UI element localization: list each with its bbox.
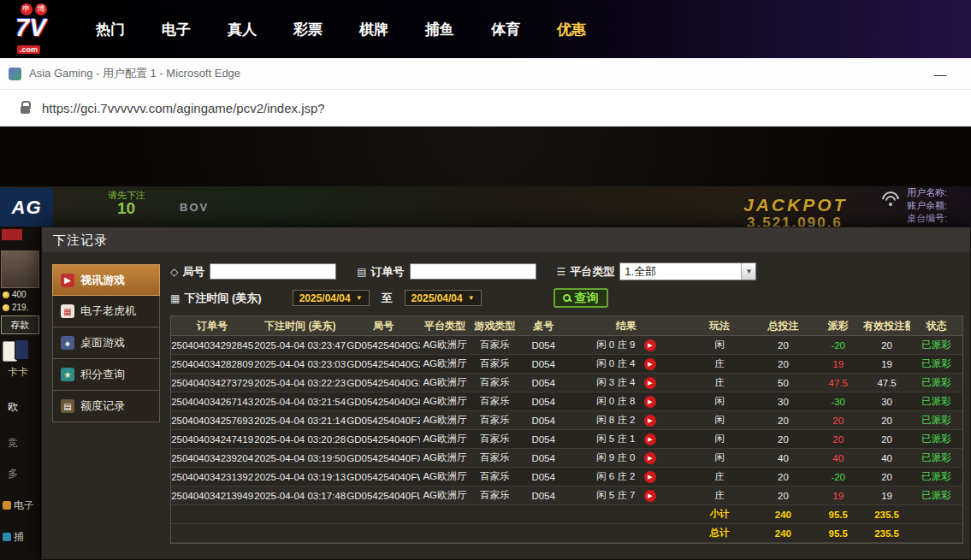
replay-icon[interactable]: [644, 339, 656, 351]
search-button[interactable]: 查询: [554, 288, 608, 308]
cell-valid-bet: 30: [863, 397, 910, 407]
lock-icon[interactable]: [21, 106, 30, 114]
cell-game: 百家乐: [470, 414, 520, 427]
nav-item-chess[interactable]: 棋牌: [359, 20, 388, 39]
address-url[interactable]: https://gci.7vvvvvv.com/agingame/pcv2/in…: [42, 101, 325, 115]
replay-icon[interactable]: [644, 490, 656, 502]
cell-round: GD054254040G1: [346, 378, 420, 388]
nav-item-sports[interactable]: 体育: [491, 20, 520, 39]
cell-status: 已派彩: [910, 339, 962, 351]
round-input[interactable]: [210, 263, 336, 280]
cell-play: 闲: [685, 451, 754, 464]
cell-bet: 40: [754, 453, 813, 463]
browser-urlbar: https://gci.7vvvvvv.com/agingame/pcv2/in…: [0, 90, 971, 127]
cell-order: 250404034247419: [171, 434, 253, 445]
column-header: 下注时间 (美东): [253, 319, 346, 333]
round-tag-icon: [170, 266, 178, 278]
cell-payout: 40: [813, 453, 863, 463]
table-no-label: 桌台编号:: [907, 212, 971, 225]
cell-time: 2025-04-04 03:21:54: [253, 397, 346, 407]
replay-icon[interactable]: [644, 471, 656, 483]
cell-bet: 20: [754, 416, 813, 426]
cell-play: 庄: [685, 489, 754, 502]
deposit-button[interactable]: 存款: [1, 315, 39, 334]
cell-result: 闲 0 庄 8: [566, 395, 685, 408]
calendar-icon: [170, 292, 180, 304]
chip-icon: [3, 292, 9, 298]
cell-platform: AG欧洲厅: [420, 489, 469, 502]
cell-round: GD054254040FX: [346, 453, 420, 463]
cell-order: 250404034292845: [171, 340, 253, 351]
subtotal-valid: 235.5: [863, 510, 910, 520]
replay-icon[interactable]: [644, 433, 656, 445]
table-row: 250404034292845 2025-04-04 03:23:47 GD05…: [171, 336, 962, 355]
cell-result: 闲 3 庄 4: [566, 376, 685, 389]
site-logo[interactable]: 申 博 7V .com: [15, 3, 70, 56]
minimize-button[interactable]: —: [930, 67, 950, 81]
cell-status: 已派彩: [910, 395, 962, 408]
column-header: 玩法: [685, 319, 754, 333]
nav-item-live[interactable]: 真人: [228, 20, 257, 39]
cell-game: 百家乐: [470, 339, 520, 351]
cell-order: 250404034213949: [171, 491, 253, 501]
lobby-menu-fishing[interactable]: 捕: [3, 530, 24, 545]
cell-payout: 20: [813, 416, 863, 426]
menu-item-table-games[interactable]: 桌面游戏: [52, 327, 160, 359]
table-row: 250404034239204 2025-04-04 03:19:50 GD05…: [171, 449, 962, 468]
replay-icon[interactable]: [644, 377, 656, 389]
cell-order: 250404034273729: [171, 378, 253, 388]
order-input[interactable]: [410, 263, 536, 280]
cell-valid-bet: 20: [863, 472, 910, 482]
cell-valid-bet: 20: [863, 416, 910, 426]
lobby-menu-europe[interactable]: 欧: [8, 400, 18, 415]
date-from-picker[interactable]: 2025/04/04: [293, 290, 370, 306]
logo-domain: .com: [17, 45, 40, 54]
date-caret-icon: [356, 294, 363, 302]
cell-time: 2025-04-04 03:22:23: [253, 378, 346, 388]
casino-page: AG 请先下注 10 BOV JACKPOT 3,521,090.6 用户名称:…: [0, 127, 971, 560]
table-row: 250404034231392 2025-04-04 03:19:13 GD05…: [171, 468, 962, 486]
column-header: 平台类型: [420, 319, 469, 333]
menu-item-quota-records[interactable]: 额度记录: [52, 391, 160, 422]
menu-item-video-games[interactable]: 视讯游戏: [52, 264, 160, 296]
menu-item-slot-machines[interactable]: 电子老虎机: [52, 296, 160, 327]
cell-bet: 20: [754, 359, 813, 369]
cell-game: 百家乐: [470, 489, 520, 502]
replay-icon[interactable]: [644, 396, 656, 408]
modal-menu: 视讯游戏 电子老虎机 桌面游戏: [52, 264, 160, 559]
menu-item-points-query[interactable]: 积分查询: [52, 359, 160, 391]
cell-round: GD054254040G3: [346, 340, 420, 351]
replay-icon[interactable]: [644, 415, 656, 427]
nav-item-promo[interactable]: 优惠: [557, 20, 586, 39]
cell-table-no: D054: [520, 434, 567, 445]
to-label: 至: [382, 291, 393, 306]
lobby-menu-slots[interactable]: 电子: [3, 498, 34, 513]
cell-platform: AG欧洲厅: [420, 414, 469, 427]
cell-play: 闲: [685, 414, 754, 427]
replay-icon[interactable]: [644, 452, 656, 464]
cell-time: 2025-04-04 03:19:50: [253, 453, 346, 463]
table-row: 250404034267143 2025-04-04 03:21:54 GD05…: [171, 392, 962, 411]
account-info-labels: 用户名称: 账户余额: 桌台编号:: [907, 186, 971, 225]
order-label: 订单号: [371, 264, 405, 280]
nav-item-hot[interactable]: 热门: [96, 20, 125, 39]
cell-payout: 19: [813, 491, 863, 501]
cell-play: 庄: [685, 357, 754, 370]
total-valid: 235.5: [863, 528, 910, 539]
lobby-menu-bid[interactable]: 竞: [8, 436, 18, 451]
screen: 申 博 7V .com 热门 电子 真人 彩票 棋牌 捕鱼 体育 优惠: [0, 0, 971, 560]
nav-item-lottery[interactable]: 彩票: [293, 20, 323, 39]
platform-select[interactable]: 1.全部: [619, 262, 756, 280]
replay-icon[interactable]: [644, 358, 656, 370]
cell-round: GD054254040FZ: [346, 416, 420, 426]
magnifier-icon: [563, 294, 571, 302]
lobby-menu-multi[interactable]: 多: [8, 467, 18, 481]
nav-item-slots[interactable]: 电子: [162, 20, 191, 39]
cell-platform: AG欧洲厅: [420, 470, 469, 483]
date-to-picker[interactable]: 2025/04/04: [405, 290, 482, 306]
cell-play: 闲: [685, 395, 754, 408]
cards-banner: [3, 339, 38, 363]
cell-table-no: D054: [520, 340, 567, 351]
slot-machines-icon: [61, 304, 74, 318]
nav-item-fishing[interactable]: 捕鱼: [425, 20, 454, 39]
